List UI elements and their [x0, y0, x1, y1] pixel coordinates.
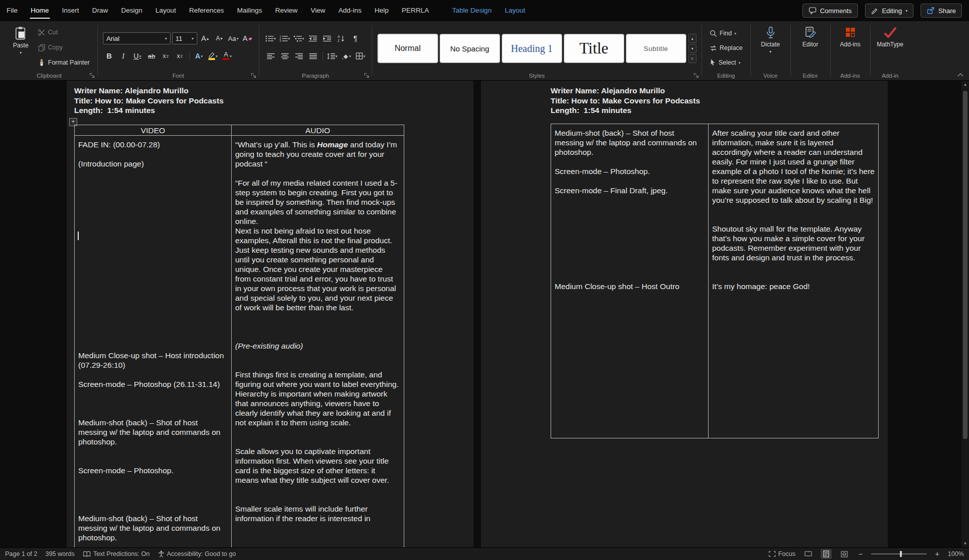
show-formatting-marks-button[interactable]: ¶: [349, 32, 362, 44]
style-subtitle[interactable]: Subtitle: [626, 34, 686, 63]
styles-more-button[interactable]: ≡: [688, 54, 696, 63]
doc-paragraph[interactable]: Scale allows you to captivate important …: [235, 446, 400, 485]
doc-paragraph[interactable]: [712, 262, 875, 272]
collapse-ribbon-button[interactable]: [957, 73, 964, 77]
doc-paragraph[interactable]: “What’s up y’all. This is Homage and tod…: [235, 140, 400, 169]
doc-paragraph[interactable]: [78, 504, 228, 514]
doc-header-line[interactable]: Title: How to: Make Covers for Podcasts: [551, 96, 700, 106]
doc-paragraph[interactable]: [235, 312, 400, 322]
doc-paragraph[interactable]: [235, 427, 400, 437]
doc-paragraph[interactable]: [235, 485, 400, 494]
doc-paragraph[interactable]: [235, 331, 400, 341]
doc-paragraph[interactable]: First things first is creating a templat…: [235, 370, 400, 427]
change-case-button[interactable]: Aa▾: [227, 32, 240, 44]
italic-button[interactable]: I: [117, 50, 130, 62]
doc-paragraph[interactable]: [78, 255, 228, 264]
numbering-button[interactable]: 123 ▾: [279, 32, 291, 44]
menu-tab-table-design[interactable]: Table Design: [446, 0, 498, 21]
doc-paragraph[interactable]: [78, 236, 228, 245]
subscript-button[interactable]: x2: [159, 50, 172, 62]
style-heading-1[interactable]: Heading 1: [502, 34, 562, 63]
vertical-scrollbar[interactable]: ▲ ▼: [961, 81, 969, 547]
zoom-level[interactable]: 100%: [948, 550, 964, 557]
doc-paragraph[interactable]: [78, 207, 228, 216]
doc-header-line[interactable]: Length: 1:54 minutes: [74, 105, 224, 116]
shading-button[interactable]: ▾: [340, 50, 353, 62]
focus-mode-button[interactable]: Focus: [769, 550, 795, 557]
doc-paragraph[interactable]: [78, 169, 228, 178]
doc-paragraph[interactable]: [78, 446, 228, 456]
scroll-up-arrow[interactable]: ▲: [961, 81, 969, 88]
document-page-2[interactable]: Writer Name: Alejandro MurilloTitle: How…: [481, 81, 888, 547]
word-count[interactable]: 395 words: [45, 550, 75, 557]
align-right-button[interactable]: [293, 50, 305, 62]
doc-paragraph[interactable]: [78, 245, 228, 255]
sort-button[interactable]: AZ: [335, 32, 348, 44]
doc-paragraph[interactable]: After scaling your title card and other …: [712, 128, 875, 205]
doc-paragraph[interactable]: [555, 262, 705, 272]
doc-paragraph[interactable]: Medium-shot (back) – Shot of host messin…: [78, 418, 228, 446]
doc-paragraph[interactable]: Screen-mode – Photoshop.: [555, 166, 705, 176]
addins-button[interactable]: Add-ins: [836, 21, 865, 48]
menu-tab-mailings[interactable]: Mailings: [231, 0, 269, 21]
comments-button[interactable]: Comments: [802, 4, 858, 18]
doc-paragraph[interactable]: Next is not being afraid to test out hos…: [235, 226, 400, 312]
table-column-video[interactable]: FADE IN: (00.00-07.28) (Introduction pag…: [75, 136, 232, 547]
style-title[interactable]: Title: [564, 34, 624, 63]
doc-paragraph[interactable]: [712, 214, 875, 224]
align-center-button[interactable]: [279, 50, 291, 62]
dictate-button[interactable]: Dictate ▾: [756, 21, 785, 54]
doc-header-line[interactable]: Title: How to: Make Covers for Podcasts: [74, 96, 224, 106]
styles-scroll-up-button[interactable]: ▴: [688, 34, 696, 43]
doc-paragraph[interactable]: [78, 274, 228, 284]
borders-button[interactable]: ▾: [354, 50, 367, 62]
doc-paragraph[interactable]: [555, 234, 705, 243]
doc-paragraph[interactable]: (Pre-existing audio): [235, 341, 400, 351]
highlight-color-button[interactable]: ▾: [207, 50, 220, 62]
doc-paragraph[interactable]: [78, 475, 228, 485]
doc-paragraph[interactable]: Medium-shot (back) – Shot of host messin…: [78, 514, 228, 542]
style-no-spacing[interactable]: No Spacing: [440, 34, 500, 63]
doc-paragraph[interactable]: [555, 224, 705, 234]
doc-paragraph[interactable]: [78, 341, 228, 351]
doc-paragraph[interactable]: [555, 195, 705, 205]
doc-paragraph[interactable]: [555, 253, 705, 262]
shrink-font-button[interactable]: A▾: [213, 32, 226, 44]
doc-paragraph[interactable]: [712, 205, 875, 214]
menu-tab-perrla[interactable]: PERRLA: [395, 0, 436, 21]
cut-button[interactable]: Cut: [35, 26, 92, 38]
font-dialog-launcher[interactable]: [251, 73, 256, 78]
menu-tab-add-ins[interactable]: Add-ins: [332, 0, 368, 21]
styles-dialog-launcher[interactable]: [693, 73, 699, 78]
scrollbar-thumb[interactable]: [963, 91, 967, 439]
doc-paragraph[interactable]: [555, 272, 705, 282]
doc-paragraph[interactable]: [235, 494, 400, 504]
styles-scroll-down-button[interactable]: ▾: [688, 44, 696, 53]
document-page-1[interactable]: Writer Name: Alejandro MurilloTitle: How…: [67, 81, 473, 547]
bold-button[interactable]: B: [103, 50, 116, 62]
menu-tab-file[interactable]: File: [0, 0, 24, 21]
select-button[interactable]: Select ▾: [707, 57, 745, 69]
doc-paragraph[interactable]: “For all of my media related content I u…: [235, 178, 400, 226]
menu-tab-layout[interactable]: Layout: [498, 0, 532, 21]
paragraph-dialog-launcher[interactable]: [364, 73, 369, 78]
doc-paragraph[interactable]: [78, 399, 228, 408]
superscript-button[interactable]: x2: [174, 50, 186, 62]
underline-button[interactable]: U▾: [131, 50, 144, 62]
accessibility-status[interactable]: Accessibility: Good to go: [158, 550, 236, 557]
menu-tab-layout[interactable]: Layout: [149, 0, 183, 21]
doc-paragraph[interactable]: [235, 169, 400, 178]
doc-paragraph[interactable]: [78, 322, 228, 331]
zoom-slider[interactable]: [871, 553, 927, 554]
doc-paragraph[interactable]: [78, 226, 228, 236]
doc-paragraph[interactable]: [78, 178, 228, 188]
text-effects-button[interactable]: A▾: [193, 50, 205, 62]
doc-paragraph[interactable]: [235, 351, 400, 360]
web-layout-button[interactable]: [839, 549, 850, 559]
table-column-audio[interactable]: After scaling your title card and other …: [709, 124, 878, 438]
editing-mode-button[interactable]: Editing ▾: [865, 4, 914, 18]
clipboard-dialog-launcher[interactable]: [89, 73, 95, 78]
page-indicator[interactable]: Page 1 of 2: [5, 550, 37, 557]
doc-header-line[interactable]: Length: 1:54 minutes: [551, 105, 700, 116]
menu-tab-home[interactable]: Home: [24, 0, 56, 21]
